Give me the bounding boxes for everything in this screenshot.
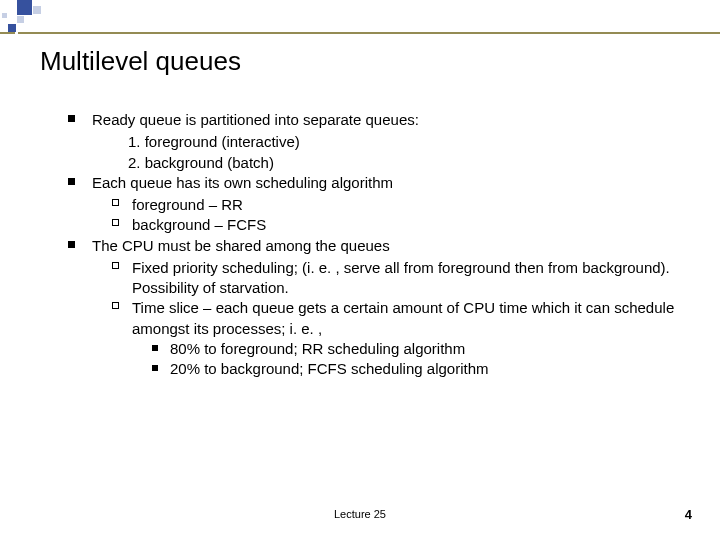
slide-body: Ready queue is partitioned into separate… bbox=[70, 110, 690, 379]
numbered-line: 1. foreground (interactive) bbox=[128, 132, 690, 152]
small-square-bullet-icon bbox=[152, 365, 158, 371]
open-square-bullet-icon bbox=[112, 302, 119, 309]
open-square-bullet-icon bbox=[112, 262, 119, 269]
footer-lecture-label: Lecture 25 bbox=[0, 508, 720, 520]
open-square-bullet-icon bbox=[112, 219, 119, 226]
sub-bullet-item: foreground – RR bbox=[112, 195, 690, 215]
sub-sub-bullet-item: 80% to foreground; RR scheduling algorit… bbox=[152, 339, 690, 359]
sub-bullet-item: background – FCFS bbox=[112, 215, 690, 235]
sub-bullet-text: background – FCFS bbox=[132, 215, 690, 235]
numbered-line: 2. background (batch) bbox=[128, 153, 690, 173]
sub-bullet-text: Time slice – each queue gets a certain a… bbox=[132, 298, 690, 339]
sub-sub-bullet-item: 20% to background; FCFS scheduling algor… bbox=[152, 359, 690, 379]
bullet-text: Ready queue is partitioned into separate… bbox=[92, 110, 690, 130]
slide-title: Multilevel queues bbox=[40, 46, 241, 77]
bullet-item: The CPU must be shared among the queues bbox=[70, 236, 690, 256]
sub-bullet-item: Time slice – each queue gets a certain a… bbox=[112, 298, 690, 339]
sub-bullet-text: foreground – RR bbox=[132, 195, 690, 215]
bullet-item: Ready queue is partitioned into separate… bbox=[70, 110, 690, 130]
footer-page-number: 4 bbox=[685, 507, 692, 522]
bullet-text: Each queue has its own scheduling algori… bbox=[92, 173, 690, 193]
square-bullet-icon bbox=[68, 178, 75, 185]
small-square-bullet-icon bbox=[152, 345, 158, 351]
sub-bullet-text: Fixed priority scheduling; (i. e. , serv… bbox=[132, 258, 690, 299]
square-bullet-icon bbox=[68, 115, 75, 122]
sub-bullet-item: Fixed priority scheduling; (i. e. , serv… bbox=[112, 258, 690, 299]
bullet-item: Each queue has its own scheduling algori… bbox=[70, 173, 690, 193]
sub-sub-bullet-text: 20% to background; FCFS scheduling algor… bbox=[170, 359, 690, 379]
open-square-bullet-icon bbox=[112, 199, 119, 206]
sub-sub-bullet-text: 80% to foreground; RR scheduling algorit… bbox=[170, 339, 690, 359]
square-bullet-icon bbox=[68, 241, 75, 248]
bullet-text: The CPU must be shared among the queues bbox=[92, 236, 690, 256]
